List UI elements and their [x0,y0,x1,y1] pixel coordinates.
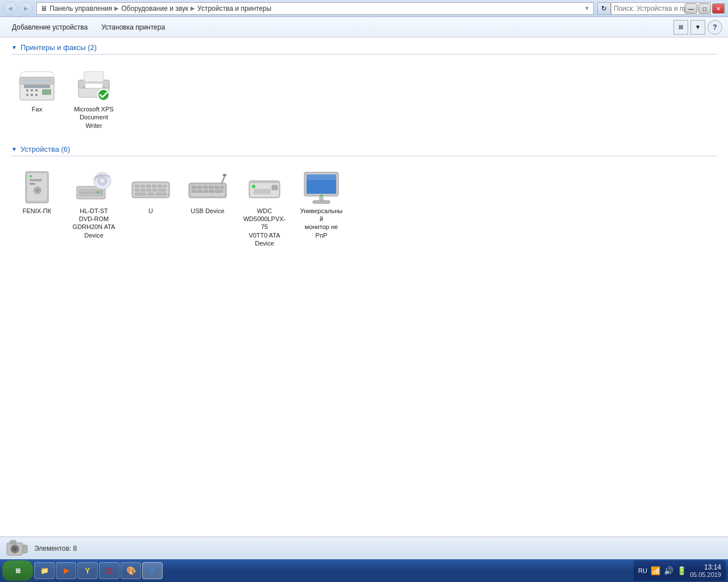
svg-rect-44 [158,189,166,192]
yandex-icon: Y [85,566,90,575]
back-button[interactable]: ◀ [3,2,17,15]
taskbar-item-control-panel[interactable]: ⊞ [142,562,163,579]
svg-point-6 [35,89,38,92]
printers-section-header[interactable]: ▼ Принтеры и факсы (2) [11,43,717,55]
svg-point-65 [252,185,255,188]
taskbar-item-settings[interactable]: ⚙ [99,562,119,579]
settings-icon: ⚙ [105,566,113,576]
printers-collapse-arrow: ▼ [11,44,17,51]
statusbar: Элементов: 8 [0,537,728,559]
svg-rect-54 [214,186,219,189]
svg-point-77 [13,547,17,551]
svg-rect-10 [42,89,51,95]
devices-section-header[interactable]: ▼ Устройства (6) [11,145,717,156]
ms-xps-icon [74,69,114,103]
breadcrumb-part3: Устройства и принтеры [197,5,271,13]
address-dropdown-arrow[interactable]: ▼ [584,5,590,11]
tray-volume-icon: 🔊 [664,566,673,575]
svg-rect-62 [223,174,226,176]
taskbar-item-player[interactable]: ▶ [56,562,76,579]
svg-rect-3 [24,85,50,88]
devices-section-title: Устройства (6) [20,145,71,153]
add-device-button[interactable]: Добавление устройства [6,19,94,35]
refresh-button[interactable]: ↻ [597,2,611,15]
svg-point-28 [97,191,99,193]
start-button[interactable]: ⊞ [2,560,33,581]
hdd-label: WDCWD5000LPVX-75V0TT0 ATADevice [243,207,286,247]
svg-rect-42 [147,189,151,192]
dvd-label: HL-DT-STDVD-ROMGDRH20N ATADevice [73,207,115,239]
explorer-icon: 📁 [40,567,49,575]
minimize-button[interactable]: — [685,3,697,14]
hdd-icon [245,171,284,205]
add-printer-button[interactable]: Установка принтера [95,19,171,35]
window-controls: — □ ✕ [685,3,725,14]
svg-rect-35 [140,185,145,188]
svg-rect-67 [254,189,271,194]
svg-point-4 [26,89,28,92]
device-fax[interactable]: Fax [11,65,63,134]
taskbar-item-yandex[interactable]: Y [77,562,98,579]
svg-rect-2 [23,79,51,82]
taskbar-item-paint[interactable]: 🎨 [121,562,141,579]
device-hdd[interactable]: WDCWD5000LPVX-75V0TT0 ATADevice [239,167,290,251]
svg-rect-58 [204,190,208,193]
help-button[interactable]: ? [708,20,722,35]
svg-rect-53 [209,186,213,189]
printers-section-title: Принтеры и факсы (2) [20,43,97,52]
svg-rect-72 [319,196,324,201]
svg-rect-50 [192,186,196,189]
maximize-button[interactable]: □ [698,3,711,14]
camera-icon [6,538,28,559]
svg-line-61 [222,176,225,183]
svg-rect-45 [135,193,146,196]
tray-time: 13:14 [690,563,721,571]
svg-point-74 [320,194,322,197]
device-fenix-pk[interactable]: FENIX-ПК [11,167,63,251]
svg-rect-71 [307,174,336,180]
svg-rect-15 [85,84,102,88]
tray-lang: RU [638,567,647,574]
svg-rect-73 [313,201,330,203]
breadcrumb: 🖥 Панель управления ▶ Оборудование и зву… [40,5,271,13]
monitor-icon [301,171,341,205]
svg-point-9 [35,94,38,96]
svg-rect-34 [135,185,139,188]
devices-grid: FENIX-ПК [11,161,717,263]
system-tray: RU 📶 🔊 🔋 13:14 05.05.2019 [634,560,726,581]
fax-label: Fax [32,105,42,113]
breadcrumb-icon: 🖥 [40,5,47,13]
tray-date: 05.05.2019 [690,571,721,578]
svg-rect-47 [155,193,167,196]
device-monitor[interactable]: Универсальныймонитор не PnP [296,167,347,251]
device-dvd-rom[interactable]: HL-DT-STDVD-ROMGDRH20N ATADevice [68,167,119,251]
view-dropdown-button[interactable]: ▼ [690,20,705,35]
device-keyboard-u[interactable]: U [125,167,176,251]
fenix-pk-label: FENIX-ПК [23,207,51,215]
control-panel-icon: ⊞ [149,566,156,575]
device-usb[interactable]: USB Device [182,167,233,251]
svg-rect-40 [135,189,140,192]
ms-xps-label: Microsoft XPSDocument Writer [72,105,115,130]
address-bar[interactable]: 🖥 Панель управления ▶ Оборудование и зву… [36,2,594,15]
breadcrumb-part2: Оборудование и звук [121,5,188,13]
svg-rect-37 [152,185,156,188]
svg-rect-66 [272,185,278,190]
svg-rect-36 [146,185,151,188]
taskbar: ⊞ 📁 ▶ Y ⚙ 🎨 ⊞ RU 📶 🔊 🔋 13:14 05.05.2019 [0,559,728,582]
close-button[interactable]: ✕ [712,3,725,14]
main-content: ▼ Принтеры и факсы (2) [0,38,728,537]
paint-icon: 🎨 [126,566,136,575]
device-ms-xps[interactable]: Microsoft XPSDocument Writer [68,65,119,134]
tray-battery-icon: 🔋 [677,566,686,575]
printers-grid: Fax Microsoft [11,59,717,145]
view-button[interactable]: ⊞ [673,20,688,35]
svg-rect-59 [209,190,214,193]
taskbar-item-explorer[interactable]: 📁 [34,562,55,579]
svg-rect-55 [220,186,224,189]
svg-rect-51 [197,186,202,189]
forward-button[interactable]: ▶ [19,2,33,15]
svg-rect-79 [23,545,27,553]
svg-rect-46 [147,193,154,196]
svg-point-7 [26,94,28,96]
